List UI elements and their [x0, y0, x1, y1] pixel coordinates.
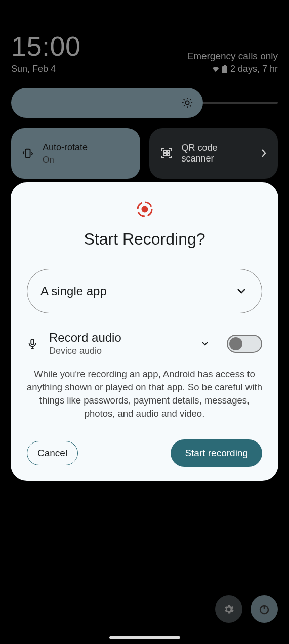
svg-rect-13 — [167, 151, 169, 153]
record-icon — [27, 200, 262, 218]
emergency-text: Emergency calls only — [187, 51, 278, 62]
battery-status: 2 days, 7 hr — [212, 64, 278, 74]
settings-button[interactable] — [215, 595, 242, 623]
svg-point-2 — [186, 101, 189, 104]
svg-rect-11 — [25, 149, 30, 158]
chevron-right-icon — [261, 149, 267, 158]
nav-handle[interactable] — [109, 636, 180, 639]
svg-rect-18 — [31, 339, 34, 344]
recording-scope-dropdown[interactable]: A single app — [27, 269, 262, 313]
caret-down-icon[interactable] — [201, 341, 209, 346]
brightness-slider[interactable] — [11, 88, 278, 118]
tile-sublabel: On — [43, 155, 129, 165]
record-audio-option[interactable]: Record audio Device audio — [49, 331, 190, 356]
clock-time: 15:00 — [11, 30, 81, 62]
power-button[interactable] — [251, 595, 278, 623]
svg-rect-0 — [222, 66, 227, 73]
audio-title: Record audio — [49, 331, 190, 345]
dialog-title: Start Recording? — [27, 230, 262, 249]
svg-line-8 — [190, 105, 191, 106]
chevron-down-icon — [236, 288, 246, 295]
warning-text: While you're recording an app, Android h… — [27, 368, 262, 420]
svg-rect-1 — [224, 65, 226, 67]
battery-icon — [222, 65, 227, 73]
date-text: Sun, Feb 4 — [11, 64, 56, 74]
svg-point-17 — [141, 206, 148, 213]
cancel-button[interactable]: Cancel — [27, 441, 78, 465]
audio-sub: Device audio — [49, 346, 190, 356]
tile-label: QR code scanner — [182, 143, 252, 164]
record-audio-switch[interactable] — [227, 335, 262, 353]
svg-rect-12 — [164, 151, 166, 153]
dropdown-label: A single app — [40, 284, 107, 298]
mic-icon — [27, 337, 38, 351]
wifi-icon — [212, 66, 219, 73]
qs-tile-autorotate[interactable]: Auto-rotate On — [11, 128, 140, 179]
svg-line-7 — [184, 99, 185, 100]
svg-line-10 — [190, 99, 191, 100]
svg-line-9 — [184, 105, 185, 106]
gear-icon — [223, 603, 235, 615]
tile-label: Auto-rotate — [43, 142, 129, 153]
brightness-icon — [182, 97, 193, 108]
svg-rect-14 — [164, 154, 166, 156]
start-recording-button[interactable]: Start recording — [171, 439, 262, 467]
power-icon — [258, 603, 270, 615]
qs-tile-qr[interactable]: QR code scanner — [149, 128, 278, 179]
start-recording-dialog: Start Recording? A single app Record aud… — [11, 182, 278, 481]
svg-rect-15 — [167, 154, 169, 156]
autorotate-icon — [22, 147, 33, 160]
qr-icon — [160, 147, 173, 159]
